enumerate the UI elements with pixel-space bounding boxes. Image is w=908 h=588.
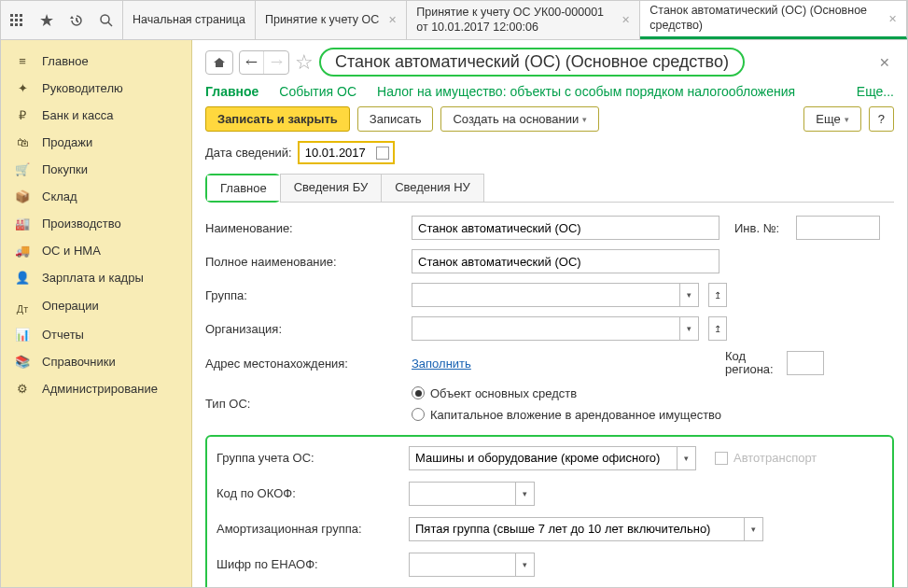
okof-label: Код по ОКОФ: bbox=[217, 486, 403, 500]
close-icon[interactable]: ✕ bbox=[888, 13, 897, 25]
radio-checked-icon bbox=[412, 386, 425, 399]
nav-arrows: 🡐 🡒 bbox=[239, 50, 289, 75]
open-ref-icon[interactable]: ↥ bbox=[708, 283, 727, 307]
save-button[interactable]: Записать bbox=[357, 106, 434, 132]
sidebar: ≡Главное ✦Руководителю ₽Банк и касса 🛍Пр… bbox=[1, 40, 192, 587]
window-tabs: Начальная страница Принятие к учету ОС✕ … bbox=[123, 1, 907, 39]
close-icon[interactable]: ✕ bbox=[622, 14, 630, 26]
apps-icon[interactable] bbox=[8, 12, 25, 29]
sidebar-item-os-nma[interactable]: 🚚ОС и НМА bbox=[1, 237, 191, 264]
ledger-icon: Дт bbox=[14, 298, 31, 315]
radio-icon bbox=[412, 408, 425, 421]
create-based-button[interactable]: Создать на основании ▾ bbox=[440, 106, 599, 132]
book-icon: 📚 bbox=[14, 355, 31, 369]
star-icon[interactable]: ★ bbox=[38, 12, 55, 29]
home-button[interactable] bbox=[205, 50, 233, 75]
dropdown-icon[interactable]: ▾ bbox=[680, 283, 699, 307]
sidebar-item-sales[interactable]: 🛍Продажи bbox=[1, 129, 191, 156]
bag-icon: 🛍 bbox=[14, 135, 31, 149]
subtab-main[interactable]: Главное bbox=[207, 175, 280, 201]
svg-point-9 bbox=[101, 15, 109, 23]
sidebar-item-reports[interactable]: 📊Отчеты bbox=[1, 321, 191, 348]
sidebar-item-salary[interactable]: 👤Зарплата и кадры bbox=[1, 264, 191, 291]
inv-input[interactable] bbox=[796, 216, 880, 240]
type-opt1[interactable]: Объект основных средств bbox=[412, 386, 721, 400]
svg-rect-3 bbox=[10, 19, 13, 21]
close-panel-icon[interactable]: ✕ bbox=[875, 55, 894, 70]
sidebar-item-production[interactable]: 🏭Производство bbox=[1, 210, 191, 237]
search-icon[interactable] bbox=[98, 12, 115, 29]
sidebar-item-main[interactable]: ≡Главное bbox=[1, 48, 191, 75]
nav-events[interactable]: События ОС bbox=[279, 84, 356, 99]
sidebar-item-purchases[interactable]: 🛒Покупки bbox=[1, 156, 191, 183]
svg-rect-6 bbox=[10, 23, 13, 26]
sidebar-item-admin[interactable]: ⚙Администрирование bbox=[1, 375, 191, 402]
forward-button[interactable]: 🡒 bbox=[264, 51, 288, 74]
sidebar-item-stock[interactable]: 📦Склад bbox=[1, 183, 191, 210]
sidebar-item-references[interactable]: 📚Справочники bbox=[1, 348, 191, 375]
svg-rect-5 bbox=[20, 19, 22, 21]
checkbox-icon bbox=[715, 452, 728, 465]
dropdown-icon[interactable]: ▾ bbox=[678, 446, 696, 470]
tab-doc3-active[interactable]: Станок автоматический (ОС) (Основное сре… bbox=[640, 1, 907, 39]
tab-doc2[interactable]: Принятие к учету ОС УК00-000001 от 10.01… bbox=[407, 1, 640, 39]
calendar-icon[interactable] bbox=[376, 147, 389, 160]
tab-doc1[interactable]: Принятие к учету ОС✕ bbox=[256, 1, 407, 39]
back-button[interactable]: 🡐 bbox=[240, 51, 264, 74]
dropdown-icon[interactable]: ▾ bbox=[745, 517, 763, 541]
subtab-bu[interactable]: Сведения БУ bbox=[280, 174, 383, 203]
address-label: Адрес местонахождения: bbox=[205, 357, 406, 371]
person-icon: 👤 bbox=[14, 271, 31, 285]
gear-icon: ⚙ bbox=[14, 382, 31, 396]
svg-rect-0 bbox=[10, 14, 13, 17]
chart-icon: ✦ bbox=[14, 81, 31, 95]
open-ref-icon[interactable]: ↥ bbox=[708, 316, 727, 341]
date-field-wrap bbox=[298, 141, 395, 164]
chevron-down-icon: ▾ bbox=[845, 115, 849, 124]
region-input[interactable] bbox=[787, 351, 824, 375]
full-name-input[interactable] bbox=[412, 249, 719, 273]
header-row: 🡐 🡒 ☆ Станок автоматический (ОС) (Основн… bbox=[205, 48, 894, 77]
close-icon[interactable]: ✕ bbox=[388, 14, 397, 26]
history-icon[interactable] bbox=[68, 12, 85, 29]
svg-line-10 bbox=[108, 22, 112, 26]
sidebar-item-bank[interactable]: ₽Банк и касса bbox=[1, 102, 191, 129]
type-opt2[interactable]: Капитальное вложение в арендованное имущ… bbox=[412, 408, 721, 422]
group-label: Группа: bbox=[205, 288, 406, 302]
dropdown-icon[interactable]: ▾ bbox=[516, 553, 535, 577]
sidebar-item-manager[interactable]: ✦Руководителю bbox=[1, 75, 191, 102]
save-close-button[interactable]: Записать и закрыть bbox=[205, 106, 350, 132]
address-fill-link[interactable]: Заполнить bbox=[412, 357, 701, 371]
dropdown-icon[interactable]: ▾ bbox=[516, 482, 535, 506]
subtab-nu[interactable]: Сведения НУ bbox=[381, 174, 484, 203]
favorite-star-icon[interactable]: ☆ bbox=[295, 50, 314, 75]
tab-home-page[interactable]: Начальная страница bbox=[123, 1, 256, 39]
okof-input[interactable] bbox=[409, 482, 516, 506]
org-input[interactable] bbox=[412, 316, 680, 341]
name-input[interactable] bbox=[412, 216, 719, 240]
nav-more[interactable]: Еще... bbox=[857, 84, 894, 99]
org-label: Организация: bbox=[205, 322, 406, 336]
date-input[interactable] bbox=[303, 145, 370, 161]
sidebar-item-operations[interactable]: ДтОперации bbox=[1, 291, 191, 321]
truck-icon: 🚚 bbox=[14, 244, 31, 258]
help-button[interactable]: ? bbox=[869, 106, 894, 132]
highlighted-panel: Группа учета ОС: ▾ Автотранспорт Код по … bbox=[205, 435, 894, 587]
nav-tax[interactable]: Налог на имущество: объекты с особым пор… bbox=[377, 84, 795, 99]
amort-label: Амортизационная группа: bbox=[217, 522, 403, 536]
date-label: Дата сведений: bbox=[205, 146, 292, 160]
more-button[interactable]: Еще ▾ bbox=[803, 106, 860, 132]
inv-label: Инв. №: bbox=[734, 221, 790, 235]
box-icon: 📦 bbox=[14, 189, 31, 203]
enaof-input[interactable] bbox=[409, 553, 516, 577]
amort-input[interactable] bbox=[409, 517, 745, 541]
full-name-label: Полное наименование: bbox=[205, 255, 406, 269]
svg-rect-2 bbox=[20, 14, 22, 17]
date-row: Дата сведений: bbox=[205, 141, 894, 164]
dropdown-icon[interactable]: ▾ bbox=[680, 316, 699, 341]
nav-main[interactable]: Главное bbox=[205, 84, 258, 99]
top-bar: ★ Начальная страница Принятие к учету ОС… bbox=[1, 1, 907, 40]
group-input[interactable] bbox=[412, 283, 680, 307]
acct-group-input[interactable] bbox=[409, 446, 678, 470]
toolbar: Записать и закрыть Записать Создать на о… bbox=[205, 106, 894, 132]
